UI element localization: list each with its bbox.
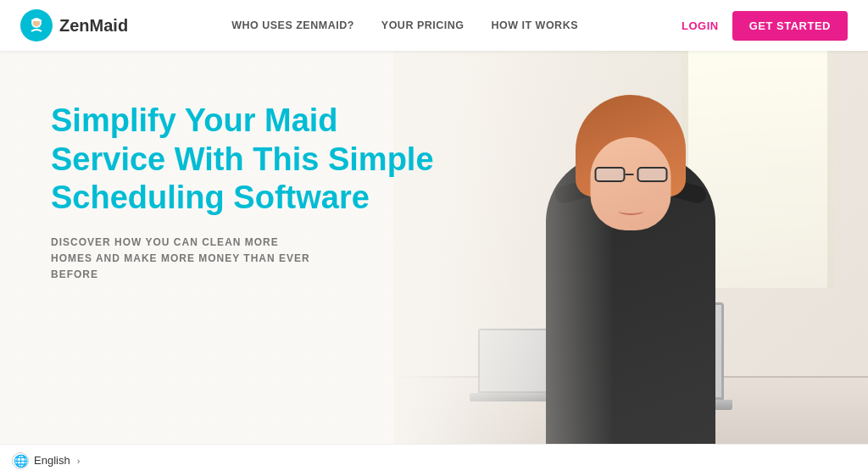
hero-headline: Simplify Your Maid Service With This Sim… — [51, 102, 458, 218]
language-chevron: › — [77, 456, 81, 466]
logo[interactable]: ZenMaid — [20, 9, 128, 42]
login-button[interactable]: LOGIN — [682, 19, 719, 32]
brand-name: ZenMaid — [59, 16, 128, 36]
nav-pricing[interactable]: YOUR PRICING — [381, 19, 465, 31]
navbar: ZenMaid WHO USES ZENMAID? YOUR PRICING H… — [0, 0, 868, 51]
hero-section: Simplify Your Maid Service With This Sim… — [0, 51, 868, 476]
language-bar[interactable]: 🌐 English › — [0, 444, 868, 476]
hero-subtext: DISCOVER HOW YOU CAN CLEAN MORE HOMES AN… — [51, 235, 322, 284]
nav-actions: LOGIN GET STARTED — [682, 11, 848, 41]
hero-content: Simplify Your Maid Service With This Sim… — [51, 102, 458, 283]
nav-links: WHO USES ZENMAID? YOUR PRICING HOW IT WO… — [231, 19, 578, 31]
person-head — [591, 137, 671, 230]
language-label: English — [34, 454, 70, 467]
logo-icon — [20, 9, 53, 42]
svg-rect-3 — [31, 19, 42, 21]
nav-how-it-works[interactable]: HOW IT WORKS — [491, 19, 578, 31]
get-started-button[interactable]: GET STARTED — [732, 11, 848, 41]
glasses — [593, 167, 669, 184]
hero-bg-scene — [393, 51, 868, 476]
nav-who-uses[interactable]: WHO USES ZENMAID? — [231, 19, 354, 31]
language-flag: 🌐 — [12, 452, 29, 469]
